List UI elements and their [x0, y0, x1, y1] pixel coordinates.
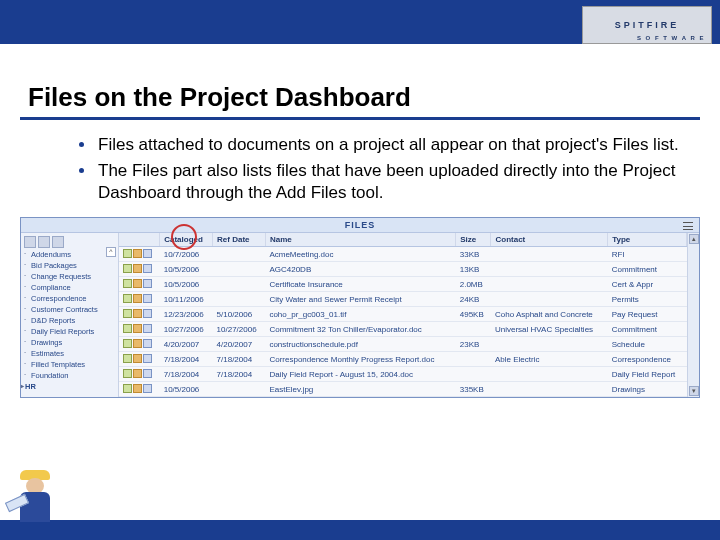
table-row[interactable]: 12/23/20065/10/2006coho_pr_gc003_01.tif4…	[119, 307, 687, 322]
top-banner: SPITFIRE S O F T W A R E	[0, 0, 720, 52]
sidebar-item[interactable]: Foundation	[21, 370, 118, 381]
cut-icon[interactable]	[133, 339, 142, 348]
cut-icon[interactable]	[133, 354, 142, 363]
open-doc-icon[interactable]	[143, 384, 152, 393]
cell-ref: 7/18/2004	[213, 367, 266, 382]
open-doc-icon[interactable]	[143, 354, 152, 363]
cell-size: 2.0MB	[456, 277, 491, 292]
scroll-up-icon[interactable]: ▴	[689, 234, 699, 244]
part-menu-icon[interactable]	[683, 222, 693, 230]
sidebar-item[interactable]: Customer Contracts	[21, 304, 118, 315]
sidebar-item[interactable]: Estimates	[21, 348, 118, 359]
row-action-icons[interactable]	[119, 337, 160, 352]
cell-name: Certificate Insurance	[265, 277, 455, 292]
sidebar-tool-icon[interactable]	[24, 236, 36, 248]
column-header[interactable]: Cataloged	[160, 233, 213, 247]
brand-subtext: S O F T W A R E	[637, 35, 705, 41]
sidebar-item-hr[interactable]: HR	[21, 381, 118, 392]
table-row[interactable]: 7/18/20047/18/2004Daily Field Report - A…	[119, 367, 687, 382]
row-action-icons[interactable]	[119, 367, 160, 382]
table-row[interactable]: 10/5/2006Certificate Insurance2.0MBCert …	[119, 277, 687, 292]
cell-cataloged: 10/11/2006	[160, 292, 213, 307]
open-doc-icon[interactable]	[143, 264, 152, 273]
edit-icon[interactable]	[123, 384, 132, 393]
cut-icon[interactable]	[133, 279, 142, 288]
open-doc-icon[interactable]	[143, 339, 152, 348]
edit-icon[interactable]	[123, 279, 132, 288]
cell-ref: 5/10/2006	[213, 307, 266, 322]
edit-icon[interactable]	[123, 369, 132, 378]
column-header[interactable]: Ref Date	[213, 233, 266, 247]
files-part-header: FILES	[21, 218, 699, 233]
cell-contact	[491, 367, 608, 382]
cut-icon[interactable]	[133, 294, 142, 303]
sidebar-item[interactable]: Daily Field Reports	[21, 326, 118, 337]
table-row[interactable]: 10/5/2006AGC420DB13KBCommitment	[119, 262, 687, 277]
open-doc-icon[interactable]	[143, 309, 152, 318]
table-row[interactable]: 10/11/2006City Water and Sewer Permit Re…	[119, 292, 687, 307]
cell-size: 495KB	[456, 307, 491, 322]
cell-name: EastElev.jpg	[265, 382, 455, 397]
cut-icon[interactable]	[133, 249, 142, 258]
cell-size	[456, 352, 491, 367]
cut-icon[interactable]	[133, 369, 142, 378]
open-doc-icon[interactable]	[143, 324, 152, 333]
edit-icon[interactable]	[123, 309, 132, 318]
sidebar-tool-icon[interactable]	[38, 236, 50, 248]
cell-type: Correspondence	[608, 352, 687, 367]
sidebar-tool-icon[interactable]	[52, 236, 64, 248]
open-doc-icon[interactable]	[143, 249, 152, 258]
column-header[interactable]: Contact	[491, 233, 608, 247]
cell-contact	[491, 337, 608, 352]
edit-icon[interactable]	[123, 324, 132, 333]
open-doc-icon[interactable]	[143, 294, 152, 303]
row-action-icons[interactable]	[119, 247, 160, 262]
row-action-icons[interactable]	[119, 262, 160, 277]
sidebar-item[interactable]: Drawings	[21, 337, 118, 348]
row-action-icons[interactable]	[119, 382, 160, 397]
cell-contact: Able Electric	[491, 352, 608, 367]
table-row[interactable]: 10/7/2006AcmeMeeting.doc33KBRFI	[119, 247, 687, 262]
edit-icon[interactable]	[123, 354, 132, 363]
sidebar-item[interactable]: Correspondence	[21, 293, 118, 304]
edit-icon[interactable]	[123, 249, 132, 258]
sidebar-item[interactable]: D&D Reports	[21, 315, 118, 326]
bullet-item: Files attached to documents on a project…	[96, 134, 680, 156]
cut-icon[interactable]	[133, 309, 142, 318]
cut-icon[interactable]	[133, 264, 142, 273]
row-action-icons[interactable]	[119, 307, 160, 322]
edit-icon[interactable]	[123, 264, 132, 273]
sidebar-item[interactable]: Addendums	[21, 249, 118, 260]
scroll-down-icon[interactable]: ▾	[689, 386, 699, 396]
sidebar-item[interactable]: Bid Packages	[21, 260, 118, 271]
cell-ref: 10/27/2006	[213, 322, 266, 337]
row-action-icons[interactable]	[119, 277, 160, 292]
table-row[interactable]: 10/5/2006EastElev.jpg335KBDrawings	[119, 382, 687, 397]
cut-icon[interactable]	[133, 384, 142, 393]
bullet-list: Files attached to documents on a project…	[56, 134, 680, 203]
open-doc-icon[interactable]	[143, 279, 152, 288]
column-header[interactable]: Name	[265, 233, 455, 247]
sidebar-item[interactable]: Filled Templates	[21, 359, 118, 370]
column-header[interactable]	[119, 233, 160, 247]
vertical-scrollbar[interactable]: ▴ ▾	[687, 233, 699, 397]
edit-icon[interactable]	[123, 339, 132, 348]
row-action-icons[interactable]	[119, 292, 160, 307]
sidebar-item[interactable]: Change Requests	[21, 271, 118, 282]
table-row[interactable]: 4/20/20074/20/2007constructionschedule.p…	[119, 337, 687, 352]
cut-icon[interactable]	[133, 324, 142, 333]
cell-ref	[213, 247, 266, 262]
cell-name: City Water and Sewer Permit Receipt	[265, 292, 455, 307]
table-row[interactable]: 10/27/200610/27/2006Commitment 32 Ton Ch…	[119, 322, 687, 337]
sidebar-item[interactable]: Compliance	[21, 282, 118, 293]
edit-icon[interactable]	[123, 294, 132, 303]
column-header[interactable]: Type	[608, 233, 687, 247]
row-action-icons[interactable]	[119, 352, 160, 367]
column-header[interactable]: Size	[456, 233, 491, 247]
open-doc-icon[interactable]	[143, 369, 152, 378]
cell-contact	[491, 247, 608, 262]
table-row[interactable]: 7/18/20047/18/2004Correspondence Monthly…	[119, 352, 687, 367]
row-action-icons[interactable]	[119, 322, 160, 337]
cell-name: Correspondence Monthly Progress Report.d…	[265, 352, 455, 367]
cell-contact: Coho Asphalt and Concrete	[491, 307, 608, 322]
